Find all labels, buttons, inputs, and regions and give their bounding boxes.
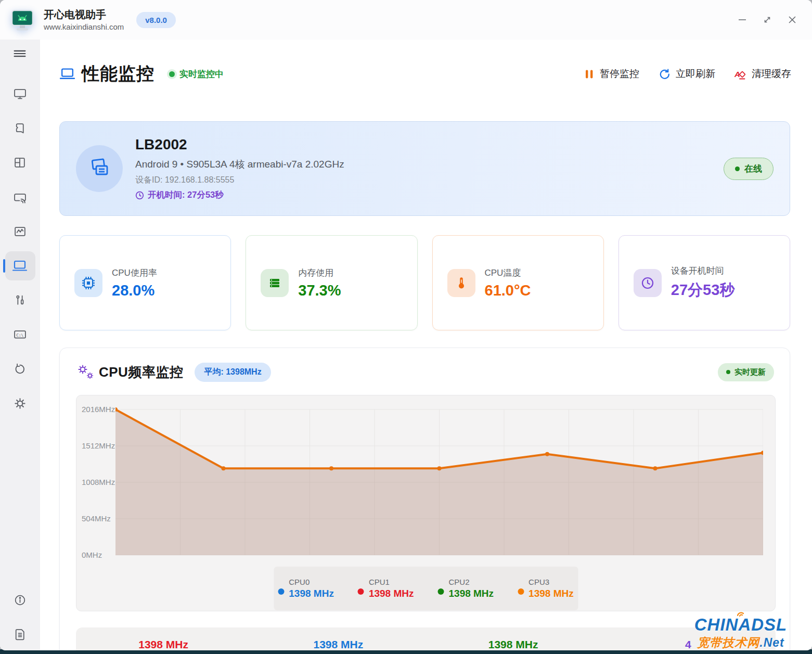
history-icon <box>13 362 27 376</box>
refresh-icon <box>658 68 670 80</box>
window-controls <box>733 10 802 29</box>
live-status-dot <box>169 71 175 77</box>
legend-cpu1: CPU1 1398 MHz <box>358 578 414 599</box>
stat-card-cpu-usage: CPU使用率 28.0% <box>59 235 231 330</box>
wifi-signal-icon <box>736 609 746 617</box>
book-icon <box>13 122 27 136</box>
online-status-badge: 在线 <box>724 158 774 180</box>
y-axis-tick: 1512MHz <box>82 441 115 450</box>
stat-card-uptime: 设备开机时间 27分53秒 <box>618 235 790 330</box>
live-update-badge: 实时更新 <box>718 363 774 381</box>
y-axis-tick: 2016MHz <box>82 405 115 414</box>
cpu-frequency-card: CPU频率监控 平均: 1398MHz 实时更新 CPU0 1398 MHz <box>59 348 790 650</box>
app-titles: 开心电视助手 www.kaixindianshi.com <box>44 9 124 31</box>
document-icon <box>13 627 27 642</box>
legend-value: 1398 MHz <box>289 588 334 599</box>
y-axis-tick: 504MHz <box>82 514 115 523</box>
legend-cpu0: CPU0 1398 MHz <box>278 578 334 599</box>
legend-cpu3: CPU3 1398 MHz <box>518 578 574 599</box>
app-logo-icon <box>9 7 35 33</box>
per-core-frequency-row: 1398 MHz 1398 MHz 1398 MHz 4 <box>76 627 776 650</box>
clear-cache-button[interactable]: A 清理缓存 <box>734 67 791 81</box>
pause-monitoring-button[interactable]: 暂停监控 <box>585 67 639 81</box>
pause-label: 暂停监控 <box>600 67 639 81</box>
device-info: LB2002 Android 9 • S905L3A 4核 armeabi-v7… <box>135 136 344 201</box>
clean-label: 清理缓存 <box>752 67 791 81</box>
grid-layout-icon <box>13 156 27 170</box>
performance-laptop-icon <box>59 66 75 82</box>
page-title: 性能监控 <box>82 62 154 86</box>
live-status-label: 实时监控中 <box>179 68 224 80</box>
sidebar-item-screenshot[interactable] <box>8 220 32 243</box>
terminal-icon: C:\ <box>13 328 27 342</box>
stat-texts: CPU温度 61.0°C <box>485 267 531 299</box>
core-frequency-value: 1398 MHz <box>426 627 601 650</box>
core-frequency-value: 1398 MHz <box>251 627 426 650</box>
chinadsl-watermark: CHINADSL 宽带技术网.Net <box>674 616 807 650</box>
chart-image-icon <box>13 225 27 239</box>
sidebar-item-cast[interactable] <box>8 186 32 210</box>
watermark-brand: CHINADSL <box>674 616 807 633</box>
sidebar-item-screen[interactable] <box>8 82 32 106</box>
stats-row: CPU使用率 28.0% 内存使用 37.3% <box>59 235 790 330</box>
legend-dot-cpu3 <box>518 588 524 595</box>
clean-cache-icon: A <box>734 68 746 80</box>
app-name: 开心电视助手 <box>44 9 124 21</box>
gears-icon <box>76 363 95 381</box>
refresh-now-button[interactable]: 立即刷新 <box>658 67 715 81</box>
menu-toggle-button[interactable] <box>8 42 32 66</box>
thermometer-icon <box>447 269 475 297</box>
core-frequency-value: 1398 MHz <box>76 627 251 650</box>
stat-value: 27分53秒 <box>671 280 735 301</box>
sidebar-item-settings[interactable] <box>8 391 32 415</box>
stat-texts: CPU使用率 28.0% <box>112 267 157 299</box>
app-window: 开心电视助手 www.kaixindianshi.com v8.0.0 <box>0 0 812 650</box>
stat-label: 内存使用 <box>298 267 341 279</box>
sidebar-item-layout[interactable] <box>8 150 32 174</box>
y-axis-tick: 0MHz <box>82 550 115 559</box>
cast-icon <box>13 191 27 205</box>
gear-icon <box>13 396 27 411</box>
stat-card-cpu-temp: CPU温度 61.0°C <box>432 235 604 330</box>
stat-value: 61.0°C <box>485 282 531 299</box>
sidebar-active-indicator <box>3 259 5 273</box>
chart-title: CPU频率监控 <box>99 363 183 381</box>
terminal-glyph: C:\ <box>16 332 23 337</box>
device-avatar <box>76 145 123 192</box>
minimize-button[interactable] <box>733 10 752 29</box>
live-update-label: 实时更新 <box>734 367 766 377</box>
sidebar-item-apps[interactable] <box>8 117 32 140</box>
device-spec: Android 9 • S905L3A 4核 armeabi-v7a 2.02G… <box>135 158 344 171</box>
sidebar-item-history[interactable] <box>8 357 32 381</box>
hamburger-icon <box>12 46 28 61</box>
stat-label: CPU温度 <box>485 267 531 279</box>
sidebar-item-performance[interactable] <box>8 254 32 278</box>
app-url: www.kaixindianshi.com <box>44 22 124 31</box>
legend-dot-cpu1 <box>358 588 364 595</box>
stat-texts: 设备开机时间 27分53秒 <box>671 265 735 301</box>
stat-card-memory: 内存使用 37.3% <box>246 235 417 330</box>
clock-icon <box>634 269 662 297</box>
clock-small-icon <box>135 191 144 200</box>
frequency-chart: CPU0 1398 MHz CPU1 1398 MHz <box>76 395 776 611</box>
close-button[interactable] <box>783 10 802 29</box>
legend-name: CPU0 <box>289 578 334 586</box>
header-actions: 暂停监控 立即刷新 A <box>585 67 791 81</box>
maximize-button[interactable] <box>758 10 777 29</box>
titlebar: 开心电视助手 www.kaixindianshi.com v8.0.0 <box>0 0 812 40</box>
sidebar-item-tools[interactable] <box>8 288 32 312</box>
sidebar-item-logs[interactable] <box>8 622 32 646</box>
watermark-site: 宽带技术网.Net <box>674 635 807 650</box>
sidebar-item-terminal[interactable]: C:\ <box>8 323 32 347</box>
legend-value: 1398 MHz <box>449 588 494 599</box>
legend-dot-cpu2 <box>438 588 444 595</box>
live-update-dot <box>726 370 730 374</box>
stat-texts: 内存使用 37.3% <box>298 267 341 299</box>
device-card: LB2002 Android 9 • S905L3A 4核 armeabi-v7… <box>59 121 790 216</box>
tools-icon <box>13 293 27 307</box>
online-label: 在线 <box>744 163 762 175</box>
average-frequency-badge: 平均: 1398MHz <box>195 363 270 382</box>
sidebar-item-about[interactable] <box>8 588 32 612</box>
monitoring-status: 实时监控中 <box>169 68 224 80</box>
pause-icon <box>585 69 594 80</box>
